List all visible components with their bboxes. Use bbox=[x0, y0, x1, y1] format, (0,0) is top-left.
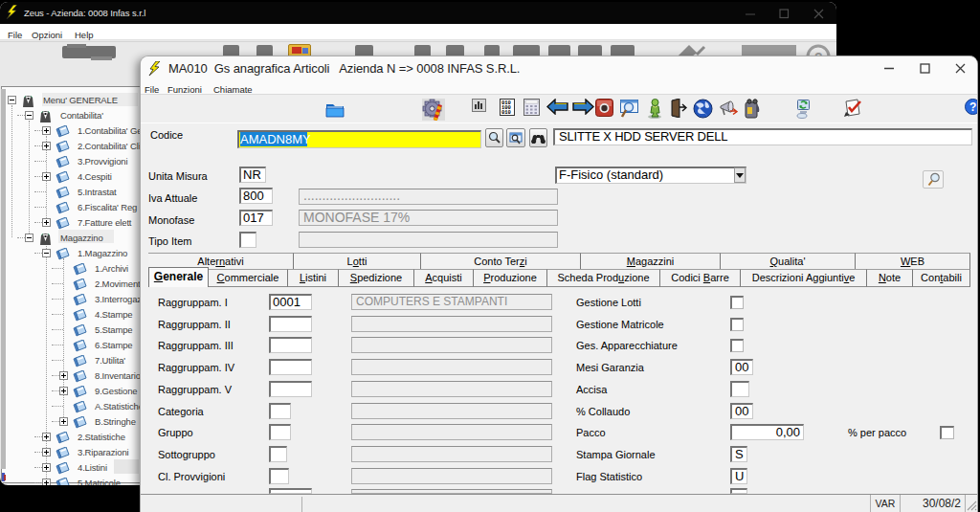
svg-text:?: ? bbox=[969, 100, 976, 114]
svg-text:010: 010 bbox=[501, 109, 511, 116]
